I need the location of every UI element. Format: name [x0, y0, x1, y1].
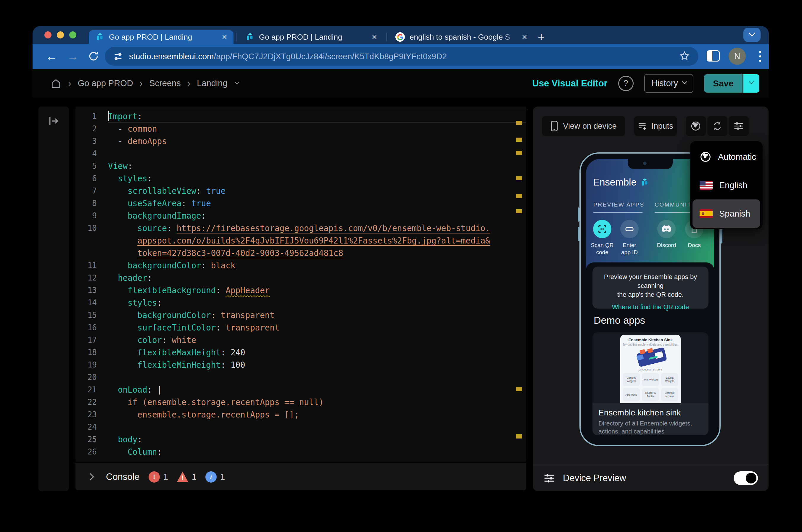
browser-tab[interactable]: Go app PROD | Landing× [239, 30, 384, 44]
code-line[interactable]: 4 [75, 147, 526, 160]
warning-marker [516, 387, 522, 391]
maximize-window-button[interactable] [69, 31, 76, 38]
tab-close-icon[interactable]: × [222, 33, 227, 41]
code-editor[interactable]: 1Import:2 - common3 - demoApps45View:6 s… [75, 107, 526, 461]
side-panel-button[interactable] [707, 50, 720, 61]
layout-screens-label: Layout your screens [620, 368, 681, 371]
code-text: scrollableView: true [108, 185, 526, 197]
language-option-english[interactable]: English [692, 171, 760, 200]
breadcrumb-separator: › [140, 78, 143, 89]
chevron-down-icon [749, 79, 754, 84]
code-line[interactable]: 15 backgroundColor: transparent [75, 309, 526, 321]
site-settings-icon[interactable] [113, 52, 123, 61]
console-bar[interactable]: Console !1 !1 i1 [75, 463, 526, 490]
code-line[interactable]: 13 flexibleBackground: AppHeader [75, 284, 526, 297]
language-option-automatic[interactable]: Automatic [692, 142, 760, 171]
code-text: backgroundImage: [108, 209, 526, 222]
code-line[interactable]: 25 body: [75, 433, 526, 445]
code-line[interactable]: 21 onLoad: | [75, 383, 526, 396]
browser-tab[interactable]: english to spanish - Google S× [389, 30, 534, 44]
demo-app-card[interactable]: Ensemble Kitchen Sink Try out Ensemble w… [592, 332, 708, 435]
close-window-button[interactable] [44, 31, 52, 38]
warning-marker [516, 176, 522, 180]
back-button[interactable]: ← [43, 48, 60, 64]
code-line[interactable]: 22 if (ensemble.storage.recentApps == nu… [75, 396, 526, 408]
code-text: source: https://firebasestorage.googleap… [108, 222, 526, 234]
qr-card-link[interactable]: Where to find the QR code [592, 303, 708, 311]
code-line[interactable]: 6 styles: [75, 172, 526, 185]
code-line[interactable]: 24 [75, 421, 526, 433]
console-errors[interactable]: !1 [149, 471, 168, 482]
home-icon[interactable] [50, 78, 61, 89]
breadcrumb-item[interactable]: Landing [197, 78, 227, 88]
new-tab-button[interactable]: + [538, 31, 545, 43]
us-flag-icon [700, 181, 713, 190]
tab-close-icon[interactable]: × [522, 33, 527, 41]
code-text [108, 371, 526, 383]
chevron-down-icon[interactable] [234, 79, 240, 84]
help-button[interactable]: ? [618, 76, 634, 91]
tab-search-button[interactable] [743, 28, 761, 42]
demo-thumb-subtitle: Try out Ensemble widgets and capabilitie… [620, 343, 681, 346]
code-line[interactable]: 5View: [75, 160, 526, 172]
code-line[interactable]: appspot.com/o/builds%2F4qJvbIFIJ5Vou69P4… [75, 234, 526, 247]
widget-chip: Example screens [661, 388, 678, 401]
line-number: 24 [75, 422, 108, 431]
preview-settings-button[interactable] [729, 116, 749, 136]
breadcrumb-item[interactable]: Go app PROD [78, 78, 133, 88]
language-button[interactable] [686, 116, 706, 136]
code-line[interactable]: 20 [75, 371, 526, 383]
browser-window: Go app PROD | Landing×Go app PROD | Land… [33, 26, 769, 501]
language-option-spanish[interactable]: Spanish [692, 200, 760, 228]
breadcrumb-item[interactable]: Screens [149, 78, 180, 88]
console-warnings[interactable]: !1 [177, 471, 196, 482]
code-line[interactable]: 1Import: [75, 110, 526, 122]
address-bar[interactable]: studio.ensembleui.com/app/FhQC7J2DjXTg0U… [105, 47, 699, 66]
history-button[interactable]: History [644, 74, 693, 93]
code-line[interactable]: 18 flexibleMaxHeight: 240 [75, 346, 526, 359]
code-line[interactable]: 11 backgroundColor: black [75, 259, 526, 272]
save-dropdown-button[interactable] [743, 74, 759, 93]
code-line[interactable]: 12 header: [75, 272, 526, 284]
code-line[interactable]: 10 source: https://firebasestorage.googl… [75, 222, 526, 234]
line-number: 26 [75, 448, 108, 456]
browser-menu-button[interactable] [754, 49, 766, 64]
code-line[interactable]: 8 useSafeArea: true [75, 197, 526, 209]
code-line[interactable]: 19 flexibleMinHeight: 100 [75, 359, 526, 371]
code-line[interactable]: 2 - common [75, 122, 526, 135]
code-text: body: [108, 433, 526, 445]
forward-button[interactable]: → [64, 48, 81, 64]
warning-marker [516, 434, 522, 438]
code-line[interactable]: 16 surfaceTintColor: transparent [75, 321, 526, 334]
console-infos[interactable]: i1 [205, 471, 225, 482]
phone-action-enter[interactable]: Enter app ID [613, 220, 646, 256]
device-preview-toggle[interactable] [733, 471, 758, 485]
view-on-device-button[interactable]: View on device [542, 116, 625, 136]
code-text [108, 147, 526, 160]
inputs-button[interactable]: Inputs [634, 116, 677, 136]
info-count: 1 [220, 472, 225, 482]
code-line[interactable]: 26 Column: [75, 445, 526, 458]
expand-sidebar-button[interactable] [47, 114, 60, 128]
browser-tab[interactable]: Go app PROD | Landing× [89, 30, 233, 44]
profile-avatar[interactable]: N [729, 48, 746, 65]
inputs-label: Inputs [651, 121, 673, 131]
bookmark-star-button[interactable] [679, 50, 690, 63]
tab-close-icon[interactable]: × [372, 33, 377, 41]
minimize-window-button[interactable] [57, 31, 64, 38]
ensemble-logo-icon [245, 33, 254, 41]
code-line[interactable]: 3 - demoApps [75, 135, 526, 147]
code-line[interactable]: 23 ensemble.storage.recentApps = []; [75, 408, 526, 421]
tab-title: Go app PROD | Landing [109, 33, 217, 42]
use-visual-editor-link[interactable]: Use Visual Editor [532, 78, 607, 89]
code-line[interactable]: token=427d38c3-007d-40d2-9003-49562ad481… [75, 247, 526, 259]
code-line[interactable]: 17 color: white [75, 334, 526, 346]
chevron-right-icon[interactable] [87, 473, 94, 480]
refresh-button[interactable] [707, 116, 727, 136]
reload-button[interactable] [85, 48, 102, 64]
code-line[interactable]: 14 styles: [75, 297, 526, 309]
code-line[interactable]: 7 scrollableView: true [75, 185, 526, 197]
code-line[interactable]: 9 backgroundImage: [75, 209, 526, 222]
save-button[interactable]: Save [704, 74, 743, 93]
tab-list: Go app PROD | Landing×Go app PROD | Land… [89, 30, 545, 44]
